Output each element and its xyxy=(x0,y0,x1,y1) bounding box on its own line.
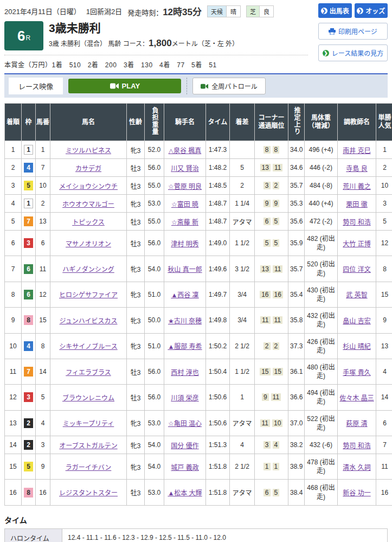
time-cell: 1:49.6 xyxy=(206,256,230,282)
jockey-name-link[interactable]: 川須 栄彦 xyxy=(171,394,198,402)
jockey-name-link[interactable]: ▲西谷 凜 xyxy=(171,291,198,299)
print-page-button[interactable]: 印刷用ページ xyxy=(318,23,388,40)
trainer-cell: 萩原 清 xyxy=(338,410,376,436)
frame-number-badge: 3 xyxy=(24,392,33,402)
col-margin: 着差 xyxy=(230,104,255,141)
trainer-name-link[interactable]: 栗田 徹 xyxy=(346,201,367,208)
horse-number-cell: 2 xyxy=(36,195,50,213)
divider xyxy=(187,78,187,94)
corner-order-cell: 911 xyxy=(255,385,288,410)
jockey-name-link[interactable]: ☆富田 暁 xyxy=(171,201,198,208)
race-number-badge: 6 R xyxy=(4,21,43,50)
trainer-name-link[interactable]: 武 英智 xyxy=(346,291,367,299)
last-3f-cell: 38.4 xyxy=(288,480,305,505)
horse-name-link[interactable]: カサデガ xyxy=(75,165,101,173)
turf-condition-badge: 芝 良 xyxy=(246,5,274,17)
corner-position-chip: 11 xyxy=(273,316,282,324)
body-weight-cell: 482 (初出走) xyxy=(305,231,338,256)
jockey-name-link[interactable]: △泉谷 楓真 xyxy=(169,147,202,155)
horse-name-link[interactable]: ブラウンレニウム xyxy=(62,394,114,402)
trainer-name-link[interactable]: 南井 克巳 xyxy=(343,147,370,155)
body-weight-cell: 468 (初出走) xyxy=(305,480,338,505)
win-popularity-cell: 15 xyxy=(376,282,392,307)
horse-name-link[interactable]: シキサイノブルース xyxy=(59,343,117,350)
horse-name-link[interactable]: ハギノダンシング xyxy=(62,266,114,273)
jockey-name-link[interactable]: ☆菅原 明良 xyxy=(168,183,202,190)
jockey-name-link[interactable]: 国分 優作 xyxy=(171,442,198,450)
trainer-name-link[interactable]: 佐々木 晶三 xyxy=(339,394,374,402)
horse-name-link[interactable]: レジスタントスター xyxy=(59,489,118,497)
corner-position-chip: 11 xyxy=(271,393,281,401)
horse-name-link[interactable]: ホウオウマルゴー xyxy=(62,201,114,208)
horse-name-link[interactable]: マサノオリオン xyxy=(66,240,111,248)
trainer-name-link[interactable]: 四位 洋文 xyxy=(343,266,370,273)
frame-number-badge: 2 xyxy=(24,418,33,428)
trainer-name-link[interactable]: 荒川 義之 xyxy=(343,183,370,190)
finish-order-cell: 7 xyxy=(5,256,22,282)
trainer-name-link[interactable]: 清水 久詞 xyxy=(343,464,370,471)
trainer-name-link[interactable]: 手塚 貴久 xyxy=(343,369,370,377)
jockey-name-link[interactable]: ▲服部 寿希 xyxy=(168,343,202,350)
corner-position-chip: 1 xyxy=(264,463,271,470)
trainer-name-link[interactable]: 寺島 良 xyxy=(346,165,367,173)
printer-icon xyxy=(329,28,336,35)
table-row: 636マサノオリオン牡356.0津村 明秀1:49.01 1/25535.948… xyxy=(5,231,392,256)
entries-button[interactable]: ❯ 出馬表 xyxy=(318,3,352,18)
patrol-video-button[interactable]: 全周パトロール xyxy=(192,78,265,94)
tab-race-movie[interactable]: レース映像 xyxy=(9,78,63,94)
carried-weight-cell: 56.0 xyxy=(145,359,164,384)
frame-number-badge: 8 xyxy=(24,315,33,325)
horse-name-link[interactable]: ジュンハイビスカス xyxy=(60,317,118,325)
horse-name-cell: マサノオリオン xyxy=(50,231,127,256)
corner-position-chip: 4 xyxy=(273,441,280,449)
horse-name-link[interactable]: ヒロシゲサファイア xyxy=(59,291,118,299)
jockey-name-link[interactable]: ☆亀田 温心 xyxy=(168,420,202,428)
corner-order-cell: 34 xyxy=(255,436,288,454)
jockey-name-link[interactable]: ★古川 奈穂 xyxy=(168,317,202,325)
weather-badge: 天候 晴 xyxy=(207,5,241,17)
horse-name-link[interactable]: フィエラブラス xyxy=(66,369,111,377)
trainer-name-link[interactable]: 畠山 吉宏 xyxy=(343,317,370,325)
time-table: ハロンタイム 12.4 - 11.1 - 11.6 - 12.3 - 12.9 … xyxy=(4,528,388,542)
trainer-name-link[interactable]: 萩原 清 xyxy=(346,420,367,428)
jockey-name-link[interactable]: ☆斎藤 新 xyxy=(171,219,198,226)
trainer-name-link[interactable]: 勢司 和浩 xyxy=(343,219,370,226)
last-3f-cell: 36.1 xyxy=(288,359,305,384)
jockey-name-link[interactable]: 川又 賢治 xyxy=(171,165,198,173)
result-guide-button[interactable]: ❯ レース結果の見方 xyxy=(318,44,388,61)
time-cell: 1:51.8 xyxy=(206,480,230,505)
finish-order-cell: 16 xyxy=(5,480,22,505)
horse-name-link[interactable]: トピックス xyxy=(72,219,105,226)
trainer-name-link[interactable]: 杉山 晴紀 xyxy=(343,343,370,350)
jockey-name-link[interactable]: ▲松本 大輝 xyxy=(168,489,202,497)
odds-button[interactable]: ❯ オッズ xyxy=(355,3,388,18)
corner-position-chip: 9 xyxy=(264,200,271,207)
jockey-name-link[interactable]: 秋山 真一郎 xyxy=(168,266,202,273)
play-button[interactable]: PLAY xyxy=(68,79,181,93)
horse-name-link[interactable]: ミツルハピネス xyxy=(66,147,111,155)
trainer-cell: 勢司 和浩 xyxy=(338,436,376,454)
sex-age-cell: 牡3 xyxy=(127,159,145,177)
trainer-name-link[interactable]: 大竹 正博 xyxy=(343,240,370,248)
jockey-name-link[interactable]: 西村 淳也 xyxy=(171,369,198,377)
win-popularity-cell: 9 xyxy=(376,308,392,333)
jockey-name-link[interactable]: 津村 明秀 xyxy=(171,240,198,248)
time-cell: 1:49.8 xyxy=(206,308,230,333)
jockey-name-link[interactable]: 城戸 義政 xyxy=(171,464,198,471)
table-row: 9815ジュンハイビスカス牝350.0★古川 奈穂1:49.83/4111135… xyxy=(5,308,392,333)
corner-position-chip: 5 xyxy=(273,218,280,225)
time-cell: 1:49.7 xyxy=(206,282,230,307)
horse-number-cell: 11 xyxy=(36,256,50,282)
horse-number-cell: 9 xyxy=(36,454,50,480)
horse-name-link[interactable]: ラガーイチバン xyxy=(66,464,112,471)
col-last-3f: 推定上り xyxy=(288,104,305,141)
horse-name-link[interactable]: メイショウシンウチ xyxy=(59,183,118,190)
trainer-name-link[interactable]: 新谷 功一 xyxy=(343,489,370,497)
horse-name-link[interactable]: オーブストガルテン xyxy=(59,442,117,450)
horse-name-cell: オーブストガルテン xyxy=(50,436,127,454)
last-3f-cell: 38.9 xyxy=(288,454,305,480)
trainer-name-link[interactable]: 勢司 和浩 xyxy=(343,442,370,450)
horse-name-link[interactable]: ミッキープリティ xyxy=(63,420,114,428)
corner-position-chip: 8 xyxy=(273,146,280,154)
sex-age-cell: 牡3 xyxy=(127,231,145,256)
